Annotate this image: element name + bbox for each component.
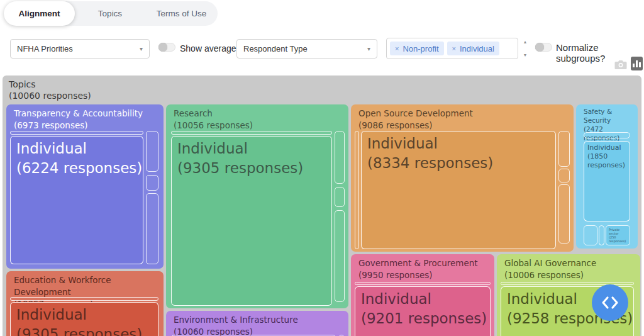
chevron-down-icon: ▾ xyxy=(367,45,370,52)
tile-open-source-development[interactable]: Open Source Development (9086 responses)… xyxy=(351,104,574,252)
subtile-label: Individual (8334 responses) xyxy=(367,134,493,173)
chip-label: Individual xyxy=(460,44,494,53)
subtile-label: Individual (1850 responses) xyxy=(587,143,630,170)
root-responses: (10060 responses) xyxy=(9,90,91,101)
subtile-individual[interactable]: Individual (9201 responses) xyxy=(355,286,491,336)
subtile-label: Individual (6224 responses) xyxy=(16,139,142,178)
subtile-strip[interactable] xyxy=(10,131,143,135)
subtile-strip[interactable] xyxy=(584,132,630,138)
tile-header: Research (10056 responses) xyxy=(174,108,253,132)
code-chevrons-icon xyxy=(600,294,620,311)
show-average-toggle[interactable] xyxy=(158,43,175,52)
subtile-small[interactable] xyxy=(335,210,345,302)
tile-transparency-accountability[interactable]: Transparency & Accountability (6973 resp… xyxy=(6,104,164,269)
subtile-individual[interactable]: Individual (6224 responses) xyxy=(10,136,143,264)
tile-header: Environment & Infrastructure (10060 resp… xyxy=(174,314,298,336)
tile-header: Open Source Development (9086 responses) xyxy=(358,108,473,132)
subtile-individual[interactable]: Individual (1850 responses) xyxy=(584,141,630,221)
subtile-small[interactable] xyxy=(335,187,345,207)
expand-code-button[interactable] xyxy=(592,284,628,321)
spinner-down-icon[interactable]: ▼ xyxy=(523,53,528,57)
subtile-strip[interactable] xyxy=(355,131,359,249)
treemap-chart: Topics (10060 responses) Transparency & … xyxy=(3,76,641,336)
tile-government-procurement[interactable]: Government & Procurement (9950 responses… xyxy=(351,254,494,336)
tile-research[interactable]: Research (10056 responses) Individual (9… xyxy=(166,104,348,308)
chevron-down-icon: ▾ xyxy=(140,45,143,52)
subtile-small[interactable] xyxy=(335,131,345,184)
subtile-label: Private sector (250 responses) xyxy=(609,228,630,243)
tab-topics[interactable]: Topics xyxy=(75,1,145,26)
respondent-type-dropdown-value: Respondent Type xyxy=(243,44,308,53)
filter-spinner: ▲ ▼ xyxy=(521,40,529,57)
subtile-small[interactable] xyxy=(146,175,158,191)
tile-header: Global AI Governance (10006 responses) xyxy=(504,257,596,281)
tile-safety-security[interactable]: Safety & Security (2472 responses) Indiv… xyxy=(576,104,638,249)
subtile-label: Individual (9305 responses) xyxy=(177,139,303,178)
tile-header: Transparency & Accountability (6973 resp… xyxy=(14,108,143,132)
show-average-label: Show average xyxy=(180,43,236,53)
subtile-private-sector[interactable]: Private sector (250 responses) xyxy=(606,225,630,245)
subtile-small[interactable] xyxy=(146,131,158,172)
bar-chart-icon[interactable] xyxy=(631,57,643,70)
treemap-root-label: Topics (10060 responses) xyxy=(9,79,91,101)
toggle-knob xyxy=(535,43,544,52)
tab-bar: Alignment Topics Terms of Use xyxy=(4,1,218,26)
tab-terms-of-use[interactable]: Terms of Use xyxy=(145,1,218,26)
subtile-small[interactable] xyxy=(558,184,570,244)
tab-alignment[interactable]: Alignment xyxy=(4,1,75,26)
subtile-strip[interactable] xyxy=(10,297,158,301)
priorities-dropdown[interactable]: NFHA Priorities ▾ xyxy=(10,39,150,59)
subtile-small[interactable] xyxy=(558,131,570,167)
subtile-label: Individual (9305 responses) xyxy=(16,305,142,336)
tile-education-workforce[interactable]: Education & Workforce Development (10057… xyxy=(6,271,164,336)
respondent-type-dropdown[interactable]: Respondent Type ▾ xyxy=(236,39,377,59)
spinner-up-icon[interactable]: ▲ xyxy=(523,40,528,44)
filter-chip-individual[interactable]: × Individual xyxy=(447,42,499,55)
filter-chip-nonprofit[interactable]: × Non-profit xyxy=(390,42,444,55)
subtile-small[interactable] xyxy=(558,169,570,182)
respondent-filter-box[interactable]: × Non-profit × Individual xyxy=(386,38,518,59)
subtile-small[interactable] xyxy=(599,225,604,245)
subtile-strip[interactable] xyxy=(171,131,332,135)
toggle-knob xyxy=(158,43,167,52)
tile-header: Government & Procurement (9950 responses… xyxy=(358,257,478,281)
subtile-small[interactable] xyxy=(584,225,597,245)
tile-environment-infrastructure[interactable]: Environment & Infrastructure (10060 resp… xyxy=(166,311,348,336)
priorities-dropdown-value: NFHA Priorities xyxy=(17,44,73,53)
subtile-individual[interactable]: Individual (9305 responses) xyxy=(171,136,332,306)
subtile-strip[interactable] xyxy=(355,282,491,285)
subtile-individual[interactable]: Individual (9305 responses) xyxy=(10,302,158,336)
camera-icon[interactable] xyxy=(614,59,627,70)
subtile-individual[interactable]: Individual (8334 responses) xyxy=(361,131,556,249)
subtile-label: Individual (9201 responses) xyxy=(361,289,487,328)
chip-remove-icon[interactable]: × xyxy=(395,45,399,52)
subtile-small[interactable] xyxy=(146,193,158,264)
normalize-subgroups-toggle[interactable] xyxy=(535,43,552,52)
chip-label: Non-profit xyxy=(402,44,438,53)
root-title: Topics xyxy=(9,79,91,90)
chip-remove-icon[interactable]: × xyxy=(452,45,456,52)
